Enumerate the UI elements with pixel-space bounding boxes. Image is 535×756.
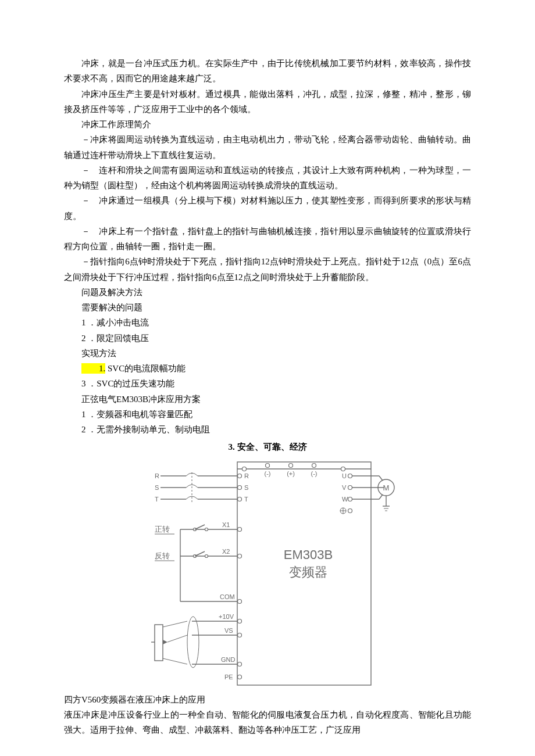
paragraph: 冲床冲压生产主要是针对板材。通过模具，能做出落料，冲孔，成型，拉深，修整，精冲，… (64, 87, 471, 117)
subheading: 实现方法 (64, 346, 471, 361)
document-page: 冲床，就是一台冲压式压力机。在实际生产中，由于比传统机械加工要节约材料，效率较高… (0, 0, 535, 756)
svg-text:X1: X1 (222, 521, 230, 528)
wiring-diagram: (-) (+) (-) EM303B 变频器 R R S (151, 457, 395, 690)
svg-text:反转: 反转 (155, 551, 170, 560)
svg-text:T: T (244, 496, 248, 503)
svg-point-2 (242, 467, 247, 471)
svg-point-15 (238, 485, 242, 489)
svg-point-38 (238, 554, 242, 558)
svg-text:正转: 正转 (155, 525, 170, 533)
svg-point-30 (238, 527, 242, 531)
svg-point-70 (348, 508, 352, 513)
section-heading: 冲床工作原理简介 (64, 117, 471, 132)
subheading: 正弦电气EM303B冲床应用方案 (64, 392, 471, 407)
list-item: 1 ．变频器和电机等容量匹配 (64, 407, 471, 422)
svg-line-60 (163, 658, 187, 664)
paragraph: － 连杆和滑块之间需有圆周运动和直线运动的转接点，其设计上大致有两种机构，一种为… (64, 163, 471, 194)
label-minus2: (-) (311, 470, 318, 477)
list-item: 3. 安全、可靠、经济 (64, 439, 471, 454)
list-item-text: SVC的电流限幅功能 (105, 364, 186, 373)
forward-switch: 正转 X1 (155, 521, 242, 534)
paragraph: 冲床，就是一台冲压式压力机。在实际生产中，由于比传统机械加工要节约材料，效率较高… (64, 56, 471, 87)
label-minus: (-) (265, 470, 271, 477)
paragraph: －冲床将圆周运动转换为直线运动，由主电动机出力，带动飞轮，经离合器带动齿轮、曲轴… (64, 132, 471, 163)
list-item: 1. SVC的电流限幅功能 (64, 361, 471, 376)
svg-point-10 (238, 474, 242, 478)
svg-point-5 (312, 463, 316, 467)
svg-rect-55 (155, 625, 163, 661)
subheading: 需要解决的问题 (64, 300, 471, 315)
list-item: 2 ．无需外接制动单元、制动电阻 (64, 422, 471, 437)
svg-point-65 (348, 485, 352, 489)
svg-point-52 (238, 675, 242, 679)
reverse-switch: 反转 X2 (155, 529, 242, 601)
paragraph: － 冲床通过一组模具（分上模与下模）对材料施以压力，使其塑性变形，而得到所要求的… (64, 193, 471, 224)
svg-point-50 (238, 662, 242, 666)
svg-point-6 (341, 467, 345, 471)
svg-point-27 (205, 528, 208, 531)
svg-line-75 (379, 476, 383, 481)
paragraph: － 冲床上有一个指针盘，指针盘上的指针与曲轴机械连接，指针用以显示曲轴旋转的位置… (64, 224, 471, 255)
diagram-title-line2: 变频器 (289, 565, 327, 579)
diagram-title-line1: EM303B (284, 547, 333, 562)
power-input-S: S S (155, 484, 248, 491)
svg-text:+10V: +10V (219, 613, 234, 620)
svg-text:W: W (342, 496, 348, 503)
svg-text:T: T (155, 496, 159, 503)
earth-icon (340, 508, 346, 514)
svg-text:PE: PE (224, 673, 233, 680)
svg-point-20 (238, 497, 242, 501)
paragraph: －指针指向6点钟时滑块处于下死点，指针指向12点钟时滑块处于上死点。指针处于12… (64, 254, 471, 285)
list-item: 3 ．SVC的过压失速功能 (64, 376, 471, 391)
svg-line-36 (195, 551, 205, 556)
svg-text:S: S (155, 484, 159, 491)
svg-point-3 (266, 463, 270, 467)
paragraph: 液压冲床是冲压设备行业上的一种全自动、智能化的伺服电液复合压力机，自动化程度高、… (64, 707, 471, 738)
svg-text:VS: VS (224, 627, 233, 634)
svg-point-4 (289, 463, 293, 467)
label-plus: (+) (287, 470, 295, 477)
svg-text:R: R (244, 472, 249, 479)
list-item: 2 ．限定回馈电压 (64, 331, 471, 346)
power-input-R: R R (155, 472, 249, 479)
highlighted-text: 1. (81, 363, 105, 374)
svg-point-68 (348, 497, 352, 501)
svg-line-59 (167, 635, 187, 642)
section-heading: 问题及解决方法 (64, 285, 471, 300)
svg-text:X2: X2 (222, 548, 230, 555)
potentiometer: +10V VS GND PE (151, 613, 242, 680)
svg-point-47 (238, 633, 242, 637)
svg-point-44 (238, 619, 242, 623)
svg-text:COM: COM (220, 593, 235, 600)
com-line: COM (180, 593, 242, 604)
svg-text:R: R (155, 472, 159, 479)
svg-text:U: U (342, 472, 347, 479)
svg-marker-57 (163, 640, 167, 644)
svg-line-76 (379, 495, 383, 499)
svg-point-35 (205, 554, 208, 557)
svg-text:S: S (244, 484, 248, 491)
svg-text:V: V (342, 484, 347, 491)
svg-point-41 (238, 599, 242, 603)
motor-label: M (383, 483, 390, 492)
svg-point-62 (348, 474, 352, 478)
svg-line-28 (195, 525, 205, 529)
list-item: 1 ．减小冲击电流 (64, 315, 471, 330)
motor-output: U V W M (340, 472, 394, 514)
svg-point-54 (187, 617, 199, 668)
svg-line-58 (163, 621, 187, 627)
paragraph: 四方V560变频器在液压冲床上的应用 (64, 692, 471, 707)
svg-text:GND: GND (221, 656, 236, 663)
